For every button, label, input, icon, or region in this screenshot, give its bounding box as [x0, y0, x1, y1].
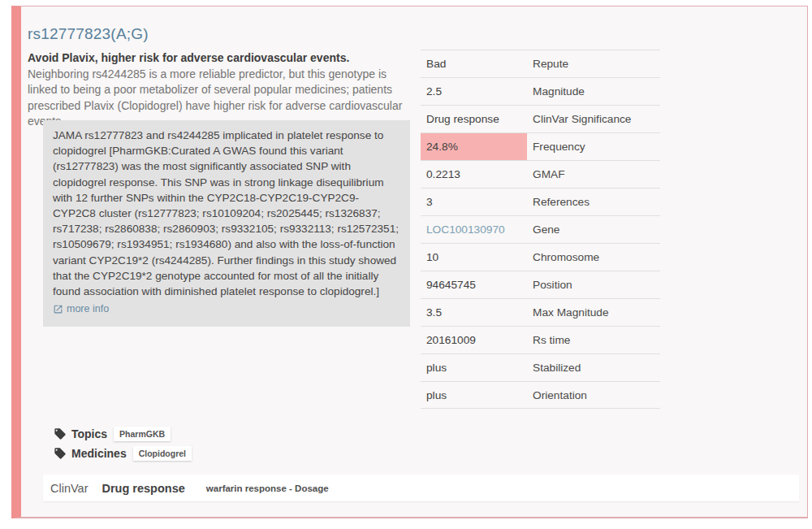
attr-label: Gene: [527, 216, 660, 243]
table-row-stabilized: plus Stabilized: [421, 353, 660, 381]
attr-label: GMAF: [527, 161, 660, 188]
medicine-chip-clopidogrel[interactable]: Clopidogrel: [133, 446, 192, 461]
topics-row: Topics PharmGKB: [54, 427, 171, 441]
more-info-link[interactable]: more info: [53, 301, 109, 317]
external-link-icon: [53, 304, 63, 314]
topics-label: Topics: [71, 427, 107, 440]
attr-label: Rs time: [527, 327, 660, 353]
clinvar-source-label: ClinVar: [50, 482, 88, 495]
table-row-frequency: 24.8% Frequency: [421, 132, 660, 160]
snp-summary: Avoid Plavix, higher risk for adverse ca…: [28, 50, 406, 130]
table-row-gmaf: 0.2213 GMAF: [421, 160, 660, 188]
attr-label: Magnitude: [527, 78, 660, 105]
attr-label: Frequency: [527, 133, 660, 160]
attr-value: Bad: [421, 50, 527, 77]
study-note-text: JAMA rs12777823 and rs4244285 implicated…: [53, 128, 400, 299]
clinvar-record: ClinVar Drug response warfarin response …: [43, 475, 799, 501]
study-note-box: JAMA rs12777823 and rs4244285 implicated…: [43, 120, 410, 327]
snp-summary-lead: Avoid Plavix, higher risk for adverse ca…: [28, 51, 349, 64]
attr-value: Drug response: [421, 106, 527, 132]
attr-label: Position: [527, 271, 660, 298]
snp-report-page: rs12777823(A;G) Avoid Plavix, higher ris…: [0, 0, 812, 529]
attr-label: Stabilized: [527, 354, 660, 381]
more-info-label: more info: [67, 301, 109, 317]
table-row-repute: Bad Repute: [421, 50, 660, 77]
table-row-orientation: plus Orientation: [421, 381, 660, 409]
table-row-position: 94645745 Position: [421, 271, 660, 298]
attr-label: Chromosome: [527, 244, 660, 271]
snp-card: rs12777823(A;G) Avoid Plavix, higher ris…: [11, 6, 808, 518]
attributes-table: Bad Repute 2.5 Magnitude Drug response C…: [421, 50, 660, 409]
medicines-row: Medicines Clopidogrel: [54, 446, 192, 461]
attr-value: 3: [421, 189, 527, 215]
snp-title-link[interactable]: rs12777823(A;G): [28, 25, 149, 43]
medicines-label: Medicines: [71, 447, 127, 460]
clinvar-significance: Drug response: [102, 482, 184, 495]
table-row-clinvar-significance: Drug response ClinVar Significance: [421, 105, 660, 132]
table-row-references: 3 References: [421, 188, 660, 215]
gene-link[interactable]: LOC100130970: [421, 216, 527, 243]
table-row-magnitude: 2.5 Magnitude: [421, 77, 660, 105]
attr-value: 20161009: [421, 327, 527, 353]
table-row-rs-time: 20161009 Rs time: [421, 326, 660, 353]
attr-label: Repute: [527, 50, 660, 77]
attr-value: plus: [421, 382, 527, 408]
attr-label: ClinVar Significance: [527, 106, 660, 132]
topic-chip-pharmgkb[interactable]: PharmGKB: [114, 427, 171, 441]
attr-value-frequency-highlighted: 24.8%: [421, 133, 527, 160]
table-row-chromosome: 10 Chromosome: [421, 243, 660, 271]
attr-label: Orientation: [527, 382, 660, 408]
table-row-max-magnitude: 3.5 Max Magnitude: [421, 298, 660, 326]
table-row-gene: LOC100130970 Gene: [421, 215, 660, 243]
tag-icon: [54, 427, 67, 440]
tag-icon: [54, 447, 67, 460]
attr-value: 10: [421, 244, 527, 271]
attr-value: plus: [421, 354, 527, 381]
clinvar-detail: warfarin response - Dosage: [206, 483, 329, 493]
attr-value: 94645745: [421, 271, 527, 298]
snp-summary-text: Neighboring rs4244285 is a more reliable…: [28, 67, 402, 128]
attr-value: 3.5: [421, 299, 527, 326]
attr-label: Max Magnitude: [527, 299, 660, 326]
attr-label: References: [527, 189, 660, 215]
attr-value: 0.2213: [421, 161, 527, 188]
attr-value: 2.5: [421, 78, 527, 105]
